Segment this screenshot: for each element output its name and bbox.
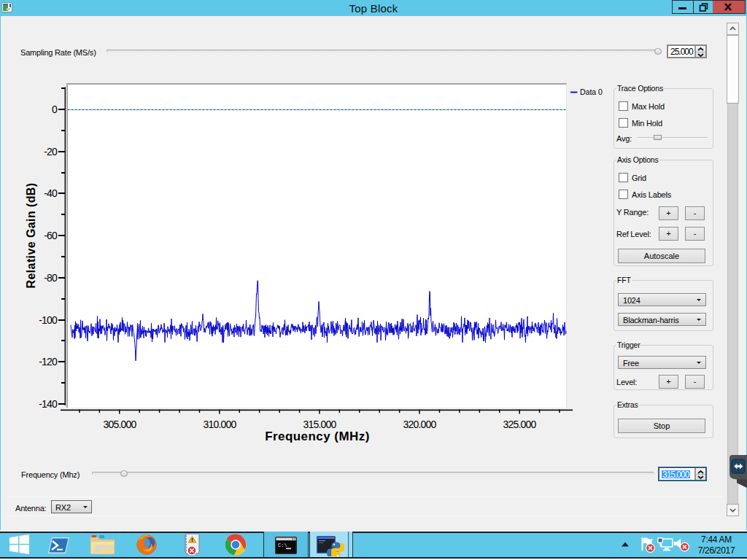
svg-text:C:\: C:\ bbox=[278, 542, 287, 548]
